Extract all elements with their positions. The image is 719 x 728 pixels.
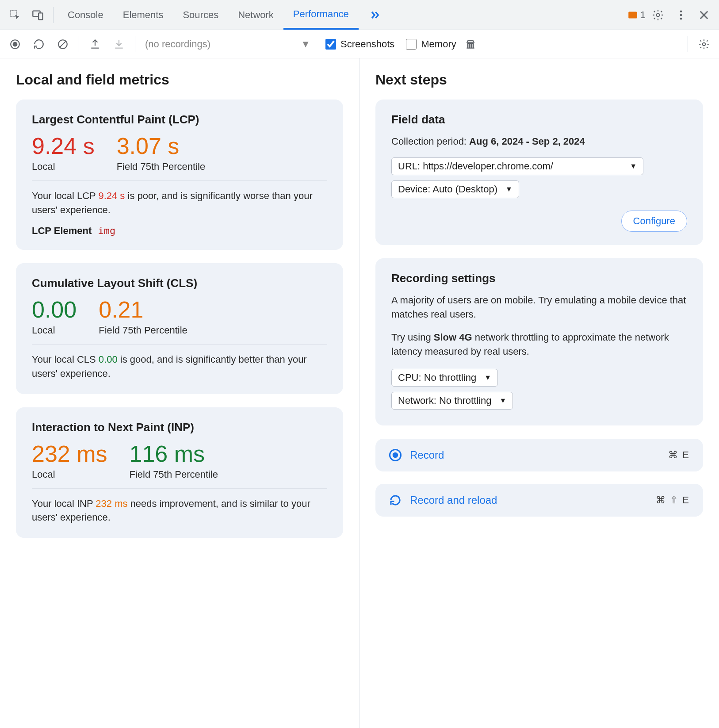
record-label: Record xyxy=(410,449,660,461)
collection-period: Collection period: Aug 6, 2024 - Sep 2, … xyxy=(391,134,687,149)
record-reload-row[interactable]: Record and reload ⌘ ⇧ E xyxy=(375,484,703,517)
screenshots-input[interactable] xyxy=(325,39,336,50)
panel-settings-icon[interactable] xyxy=(694,34,714,54)
record-kbd: ⌘ E xyxy=(668,449,690,461)
tabs-overflow-icon[interactable] xyxy=(359,0,390,30)
lcp-element[interactable]: LCP Element img xyxy=(32,225,327,237)
inp-title: Interaction to Next Paint (INP) xyxy=(32,421,327,434)
close-icon[interactable] xyxy=(693,4,715,26)
lcp-note: Your local LCP 9.24 s is poor, and is si… xyxy=(32,189,327,217)
cls-local-value: 0.00 xyxy=(32,298,76,321)
tab-elements[interactable]: Elements xyxy=(113,0,173,30)
record-button-icon[interactable] xyxy=(5,34,25,54)
record-reload-label: Record and reload xyxy=(410,494,648,506)
cls-note: Your local CLS 0.00 is good, and is sign… xyxy=(32,353,327,381)
tab-performance[interactable]: Performance xyxy=(283,0,359,30)
settings-icon[interactable] xyxy=(647,4,669,26)
upload-icon[interactable] xyxy=(85,34,105,54)
lcp-card: Largest Contentful Paint (LCP) 9.24 s Lo… xyxy=(16,100,343,250)
cls-field-value: 0.21 xyxy=(99,298,187,321)
svg-point-11 xyxy=(703,42,706,46)
caret-down-icon: ▼ xyxy=(505,185,512,193)
svg-rect-2 xyxy=(38,13,42,19)
svg-point-5 xyxy=(680,10,682,12)
cls-title: Cumulative Layout Shift (CLS) xyxy=(32,276,327,290)
download-icon[interactable] xyxy=(109,34,129,54)
svg-point-9 xyxy=(13,42,17,46)
reload-icon xyxy=(389,494,402,507)
field-data-card: Field data Collection period: Aug 6, 202… xyxy=(375,100,703,245)
tab-sources[interactable]: Sources xyxy=(173,0,228,30)
recording-settings-card: Recording settings A majority of users a… xyxy=(375,258,703,426)
inp-note: Your local INP 232 ms needs improvement,… xyxy=(32,497,327,525)
device-select[interactable]: Device: Auto (Desktop) ▼ xyxy=(391,180,519,198)
inp-card: Interaction to Next Paint (INP) 232 ms L… xyxy=(16,407,343,538)
caret-down-icon: ▼ xyxy=(484,374,491,382)
record-row[interactable]: Record ⌘ E xyxy=(375,439,703,471)
svg-point-4 xyxy=(657,13,660,16)
left-title: Local and field metrics xyxy=(16,72,343,88)
inp-field-value: 116 ms xyxy=(130,442,218,465)
lcp-field-value: 3.07 s xyxy=(117,134,206,157)
svg-point-13 xyxy=(393,452,398,458)
caret-down-icon: ▼ xyxy=(301,38,310,50)
warning-count: 1 xyxy=(640,9,646,21)
cpu-throttle-select[interactable]: CPU: No throttling ▼ xyxy=(391,369,498,387)
field-data-title: Field data xyxy=(391,113,687,126)
memory-checkbox[interactable]: Memory xyxy=(406,38,456,50)
clear-icon[interactable] xyxy=(53,34,73,54)
inp-field-label: Field 75th Percentile xyxy=(130,469,218,480)
cls-local-label: Local xyxy=(32,325,76,336)
recording-settings-title: Recording settings xyxy=(391,272,687,285)
right-title: Next steps xyxy=(375,72,703,88)
lcp-field-label: Field 75th Percentile xyxy=(117,161,206,172)
inspect-icon[interactable] xyxy=(4,4,26,26)
reload-icon[interactable] xyxy=(29,34,49,54)
tab-network[interactable]: Network xyxy=(228,0,283,30)
warning-badge[interactable]: 1 xyxy=(627,9,646,21)
more-icon[interactable] xyxy=(670,4,692,26)
url-select[interactable]: URL: https://developer.chrome.com/ ▼ xyxy=(391,157,643,175)
network-throttle-select[interactable]: Network: No throttling ▼ xyxy=(391,392,513,410)
lcp-title: Largest Contentful Paint (LCP) xyxy=(32,113,327,126)
recordings-select[interactable]: (no recordings) ▼ xyxy=(142,38,314,50)
caret-down-icon: ▼ xyxy=(500,397,507,405)
recordings-label: (no recordings) xyxy=(145,38,210,50)
inp-local-value: 232 ms xyxy=(32,442,107,465)
rec-p1: A majority of users are on mobile. Try e… xyxy=(391,293,687,322)
memory-input[interactable] xyxy=(406,39,417,50)
configure-button[interactable]: Configure xyxy=(621,211,687,232)
gc-icon[interactable] xyxy=(461,34,480,54)
svg-point-6 xyxy=(680,14,682,16)
lcp-element-value: img xyxy=(98,225,115,236)
screenshots-checkbox[interactable]: Screenshots xyxy=(325,38,394,50)
svg-rect-3 xyxy=(628,11,637,18)
rec-p2: Try using Slow 4G network throttling to … xyxy=(391,330,687,359)
cls-card: Cumulative Layout Shift (CLS) 0.00 Local… xyxy=(16,263,343,394)
record-reload-kbd: ⌘ ⇧ E xyxy=(656,494,690,506)
device-toggle-icon[interactable] xyxy=(27,4,49,26)
inp-local-label: Local xyxy=(32,469,107,480)
lcp-local-label: Local xyxy=(32,161,95,172)
caret-down-icon: ▼ xyxy=(630,162,637,170)
tab-console[interactable]: Console xyxy=(58,0,113,30)
lcp-local-value: 9.24 s xyxy=(32,134,95,157)
svg-point-7 xyxy=(680,17,682,19)
cls-field-label: Field 75th Percentile xyxy=(99,325,187,336)
record-icon xyxy=(389,448,402,462)
